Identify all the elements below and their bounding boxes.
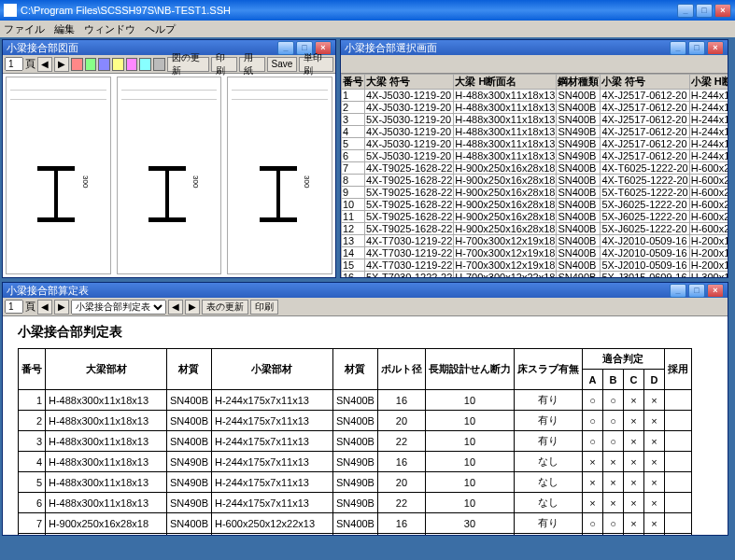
table-row[interactable]: 74X-T9025-1628-22H-900x250x16x28x18SN400… xyxy=(342,162,728,175)
judge-titlebar: 小梁接合部算定表 _ □ × xyxy=(3,283,728,298)
table-row[interactable]: 105X-T9025-1628-22H-900x250x16x28x18SN40… xyxy=(342,199,728,211)
table-row[interactable]: 134X-T7030-1219-22H-700x300x12x19x18SN40… xyxy=(342,235,728,247)
judge-panel-title: 小梁接合部算定表 xyxy=(7,284,670,298)
col-slab: 床スラブ有無 xyxy=(514,349,582,390)
table-row[interactable]: 8H-900x250x16x28x18SN400BH-600x250x12x22… xyxy=(19,534,692,536)
col-fit: 適合判定 xyxy=(582,349,664,370)
table-row[interactable]: 54X-J5030-1219-20H-488x300x11x18x13SN490… xyxy=(342,138,728,150)
page-label: 頁 xyxy=(25,57,35,71)
table-row[interactable]: 115X-T9025-1628-22H-900x250x16x28x18SN40… xyxy=(342,211,728,223)
spec-min-button[interactable]: _ xyxy=(670,41,686,55)
table-row[interactable]: 14X-J5030-1219-20H-488x300x11x18x13SN400… xyxy=(342,90,728,102)
col-bolt: ボルト径 xyxy=(377,349,425,390)
app-title: C:\Program Files\SCSSH97S\NB-TEST1.SSH xyxy=(21,5,677,16)
spec-body[interactable]: 番号大梁 符号大梁 H断面名鋼材種類小梁 符号小梁 H断面名 14X-J5030… xyxy=(341,74,728,277)
spec-col: 鋼材種類 xyxy=(557,75,601,90)
col-shear: 長期設計せん断力 xyxy=(425,349,514,390)
col-girder-mat: 材質 xyxy=(167,349,212,390)
table-row[interactable]: 84X-T9025-1628-22H-900x250x16x28x18SN400… xyxy=(342,175,728,187)
table-row[interactable]: 2H-488x300x11x18x13SN400BH-244x175x7x11x… xyxy=(19,411,692,431)
table-row[interactable]: 6H-488x300x11x18x13SN490BH-244x175x7x11x… xyxy=(19,493,692,513)
col-B: B xyxy=(602,370,623,390)
nav-prev-icon[interactable]: ◀ xyxy=(37,57,52,72)
spec-titlebar: 小梁接合部選択画面 _ □ × xyxy=(341,40,728,55)
table-row[interactable]: 4H-488x300x11x18x13SN490BH-244x175x7x11x… xyxy=(19,452,692,472)
pen-red-icon[interactable] xyxy=(71,58,83,71)
table-row[interactable]: 44X-J5030-1219-20H-488x300x11x18x13SN490… xyxy=(342,126,728,138)
minimize-button[interactable]: _ xyxy=(677,4,694,18)
menubar: ファイル 編集 ウィンドウ ヘルプ xyxy=(0,21,735,37)
app-icon xyxy=(4,4,17,17)
table-row[interactable]: 3H-488x300x11x18x13SN400BH-244x175x7x11x… xyxy=(19,431,692,452)
col-no: 番号 xyxy=(19,349,46,390)
app-titlebar: C:\Program Files\SCSSH97S\NB-TEST1.SSH _… xyxy=(0,0,735,21)
dimension-label: 300 xyxy=(81,175,90,188)
spec-table: 番号大梁 符号大梁 H断面名鋼材種類小梁 符号小梁 H断面名 14X-J5030… xyxy=(341,74,728,277)
refresh-table-button[interactable]: 表の更新 xyxy=(202,300,248,315)
judge-print-button[interactable]: 印刷 xyxy=(250,300,278,315)
pen-green-icon[interactable] xyxy=(85,58,97,71)
table-row[interactable]: 125X-T9025-1628-22H-900x250x16x28x18SN40… xyxy=(342,223,728,235)
judge-nav-next-icon[interactable]: ▶ xyxy=(54,300,69,315)
menu-help[interactable]: ヘルプ xyxy=(145,22,176,36)
mdi-area: 小梁接合部図面 _ □ × 頁 ◀ ▶ 図の更新 印刷 用紙 Save 単印刷 … xyxy=(0,37,735,541)
tool-icon[interactable] xyxy=(153,58,165,71)
print-button[interactable]: 印刷 xyxy=(211,57,237,72)
table-row[interactable]: 65X-J5030-1219-20H-488x300x11x18x13SN490… xyxy=(342,150,728,162)
col-D: D xyxy=(643,370,664,390)
judge-min-button[interactable]: _ xyxy=(670,284,686,298)
table-row[interactable]: 1H-488x300x11x18x13SN400BH-244x175x7x11x… xyxy=(19,390,692,411)
judge-close-button[interactable]: × xyxy=(707,284,724,298)
table-row[interactable]: 154X-T7030-1219-22H-700x300x12x19x18SN40… xyxy=(342,259,728,272)
table-row[interactable]: 7H-900x250x16x28x18SN400BH-600x250x12x22… xyxy=(19,513,692,534)
drawing-min-button[interactable]: _ xyxy=(277,41,294,55)
ibeam-section-icon xyxy=(37,166,75,222)
spec-max-button[interactable]: □ xyxy=(688,41,705,55)
drawing-cell[interactable]: 300 xyxy=(227,77,332,274)
table-row[interactable]: 165X-T7030-1222-22H-700x300x12x22x18SN49… xyxy=(342,272,728,278)
judge-toolbar: 頁 ◀ ▶ 小梁接合部判定表 ◀ ▶ 表の更新 印刷 xyxy=(3,298,728,316)
save-button[interactable]: Save xyxy=(267,57,298,72)
menu-file[interactable]: ファイル xyxy=(4,22,45,36)
table-row[interactable]: 24X-J5030-1219-20H-488x300x11x18x13SN400… xyxy=(342,102,728,114)
col-use: 採用 xyxy=(664,349,691,390)
spec-col: 番号 xyxy=(342,75,365,90)
menu-window[interactable]: ウィンドウ xyxy=(84,22,135,36)
judge-nav-prev-icon[interactable]: ◀ xyxy=(37,300,52,315)
col-A: A xyxy=(582,370,602,390)
col-C: C xyxy=(623,370,643,390)
ibeam-section-icon xyxy=(148,166,186,222)
drawing-cell[interactable]: 300 xyxy=(6,77,111,274)
page-input[interactable] xyxy=(5,57,23,71)
judge-panel: 小梁接合部算定表 _ □ × 頁 ◀ ▶ 小梁接合部判定表 ◀ ▶ 表の更新 印… xyxy=(2,282,728,536)
paper-button[interactable]: 用紙 xyxy=(239,57,265,72)
menu-edit[interactable]: 編集 xyxy=(54,22,75,36)
spec-toolbar xyxy=(341,55,728,74)
table-row[interactable]: 95X-T9025-1628-22H-900x250x16x28x18SN400… xyxy=(342,187,728,199)
table-row[interactable]: 144X-T7030-1219-22H-700x300x12x19x18SN40… xyxy=(342,247,728,259)
spec-col: 小梁 H断面名 xyxy=(689,75,728,90)
pen-blue-icon[interactable] xyxy=(98,58,110,71)
pen-magenta-icon[interactable] xyxy=(126,58,138,71)
judge-max-button[interactable]: □ xyxy=(688,284,705,298)
combo-next-icon[interactable]: ▶ xyxy=(185,300,200,315)
drawing-cell[interactable]: 300 xyxy=(117,77,222,274)
drawing-body: 300 300 300 xyxy=(3,74,335,277)
judge-body[interactable]: 小梁接合部判定表 番号 大梁部材 材質 小梁部材 材質 ボルト径 長期設計せん断… xyxy=(3,316,728,535)
table-row[interactable]: 5H-488x300x11x18x13SN490BH-244x175x7x11x… xyxy=(19,472,692,493)
nav-next-icon[interactable]: ▶ xyxy=(54,57,69,72)
pen-yellow-icon[interactable] xyxy=(112,58,124,71)
close-button[interactable]: × xyxy=(714,4,731,18)
judge-page-input[interactable] xyxy=(5,300,23,314)
sheet-select[interactable]: 小梁接合部判定表 xyxy=(71,300,166,315)
single-print-button[interactable]: 単印刷 xyxy=(299,57,333,72)
dimension-label: 300 xyxy=(303,175,311,188)
pen-cyan-icon[interactable] xyxy=(139,58,151,71)
spec-close-button[interactable]: × xyxy=(707,41,724,55)
combo-prev-icon[interactable]: ◀ xyxy=(168,300,183,315)
refresh-drawing-button[interactable]: 図の更新 xyxy=(167,57,210,72)
table-row[interactable]: 35X-J5030-1219-20H-488x300x11x18x13SN400… xyxy=(342,114,728,126)
spec-title: 小梁接合部選択画面 xyxy=(345,41,670,55)
maximize-button[interactable]: □ xyxy=(696,4,713,18)
drawing-title: 小梁接合部図面 xyxy=(7,41,277,55)
